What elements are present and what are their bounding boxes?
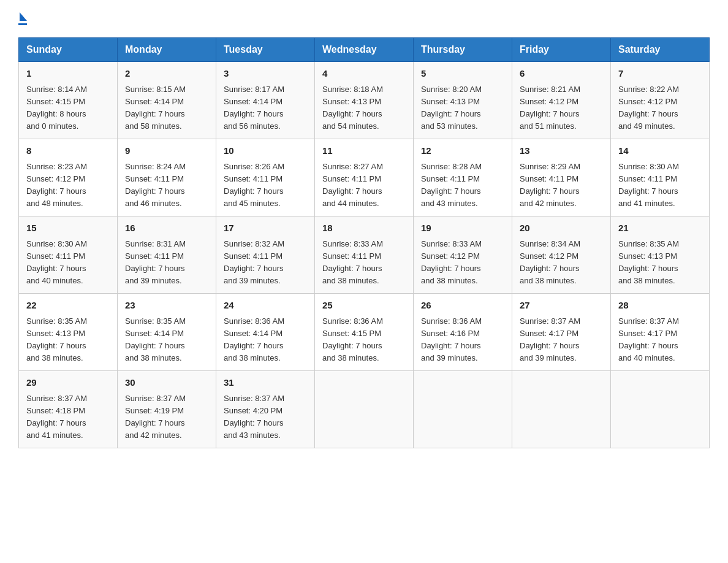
day-info: Sunrise: 8:30 AMSunset: 4:11 PMDaylight:… <box>26 239 87 285</box>
day-cell: 12 Sunrise: 8:28 AMSunset: 4:11 PMDaylig… <box>414 139 512 216</box>
day-info: Sunrise: 8:23 AMSunset: 4:12 PMDaylight:… <box>26 162 87 208</box>
week-row-3: 15 Sunrise: 8:30 AMSunset: 4:11 PMDaylig… <box>19 216 710 294</box>
day-number: 19 <box>421 221 504 236</box>
day-number: 1 <box>26 67 110 81</box>
column-header-thursday: Thursday <box>414 38 512 62</box>
day-number: 8 <box>26 144 110 158</box>
day-info: Sunrise: 8:34 AMSunset: 4:12 PMDaylight:… <box>520 239 580 285</box>
day-cell <box>414 371 512 448</box>
day-cell: 1 Sunrise: 8:14 AMSunset: 4:15 PMDayligh… <box>19 62 118 139</box>
logo-triangle-icon <box>20 12 27 21</box>
day-cell: 7 Sunrise: 8:22 AMSunset: 4:12 PMDayligh… <box>611 62 710 139</box>
day-number: 18 <box>322 221 406 236</box>
column-header-friday: Friday <box>512 38 611 62</box>
column-header-wednesday: Wednesday <box>315 38 414 62</box>
column-header-saturday: Saturday <box>611 38 710 62</box>
day-info: Sunrise: 8:33 AMSunset: 4:11 PMDaylight:… <box>322 239 383 285</box>
day-cell: 29 Sunrise: 8:37 AMSunset: 4:18 PMDaylig… <box>19 371 118 448</box>
day-number: 6 <box>520 67 603 81</box>
day-cell: 13 Sunrise: 8:29 AMSunset: 4:11 PMDaylig… <box>512 139 611 216</box>
day-info: Sunrise: 8:32 AMSunset: 4:11 PMDaylight:… <box>224 239 284 285</box>
week-row-2: 8 Sunrise: 8:23 AMSunset: 4:12 PMDayligh… <box>19 139 710 216</box>
column-header-tuesday: Tuesday <box>216 38 315 62</box>
day-cell: 28 Sunrise: 8:37 AMSunset: 4:17 PMDaylig… <box>611 294 710 371</box>
day-info: Sunrise: 8:24 AMSunset: 4:11 PMDaylight:… <box>125 162 186 208</box>
day-number: 28 <box>618 299 702 313</box>
day-cell: 30 Sunrise: 8:37 AMSunset: 4:19 PMDaylig… <box>118 371 216 448</box>
day-cell <box>315 371 414 448</box>
day-number: 30 <box>125 376 208 390</box>
day-cell: 17 Sunrise: 8:32 AMSunset: 4:11 PMDaylig… <box>216 216 315 294</box>
header-row: SundayMondayTuesdayWednesdayThursdayFrid… <box>19 38 710 62</box>
day-number: 4 <box>322 67 406 81</box>
day-number: 20 <box>520 221 603 236</box>
day-number: 5 <box>421 67 504 81</box>
day-info: Sunrise: 8:35 AMSunset: 4:13 PMDaylight:… <box>618 239 679 285</box>
day-info: Sunrise: 8:36 AMSunset: 4:15 PMDaylight:… <box>322 316 383 362</box>
day-cell: 2 Sunrise: 8:15 AMSunset: 4:14 PMDayligh… <box>118 62 216 139</box>
day-info: Sunrise: 8:15 AMSunset: 4:14 PMDaylight:… <box>125 85 186 131</box>
day-info: Sunrise: 8:37 AMSunset: 4:18 PMDaylight:… <box>26 394 87 440</box>
day-info: Sunrise: 8:37 AMSunset: 4:17 PMDaylight:… <box>618 316 679 362</box>
day-number: 26 <box>421 299 504 313</box>
day-cell: 9 Sunrise: 8:24 AMSunset: 4:11 PMDayligh… <box>118 139 216 216</box>
column-header-monday: Monday <box>118 38 216 62</box>
day-number: 23 <box>125 299 208 313</box>
day-cell: 16 Sunrise: 8:31 AMSunset: 4:11 PMDaylig… <box>118 216 216 294</box>
day-info: Sunrise: 8:20 AMSunset: 4:13 PMDaylight:… <box>421 85 482 131</box>
day-cell: 24 Sunrise: 8:36 AMSunset: 4:14 PMDaylig… <box>216 294 315 371</box>
day-info: Sunrise: 8:18 AMSunset: 4:13 PMDaylight:… <box>322 85 383 131</box>
day-number: 12 <box>421 144 504 158</box>
day-cell: 23 Sunrise: 8:35 AMSunset: 4:14 PMDaylig… <box>118 294 216 371</box>
page-header <box>18 12 710 25</box>
day-cell: 21 Sunrise: 8:35 AMSunset: 4:13 PMDaylig… <box>611 216 710 294</box>
day-cell <box>512 371 611 448</box>
day-cell: 20 Sunrise: 8:34 AMSunset: 4:12 PMDaylig… <box>512 216 611 294</box>
day-cell: 11 Sunrise: 8:27 AMSunset: 4:11 PMDaylig… <box>315 139 414 216</box>
week-row-1: 1 Sunrise: 8:14 AMSunset: 4:15 PMDayligh… <box>19 62 710 139</box>
day-info: Sunrise: 8:26 AMSunset: 4:11 PMDaylight:… <box>224 162 284 208</box>
day-info: Sunrise: 8:35 AMSunset: 4:14 PMDaylight:… <box>125 316 186 362</box>
day-info: Sunrise: 8:28 AMSunset: 4:11 PMDaylight:… <box>421 162 482 208</box>
day-info: Sunrise: 8:30 AMSunset: 4:11 PMDaylight:… <box>618 162 679 208</box>
day-number: 31 <box>224 376 307 390</box>
day-number: 9 <box>125 144 208 158</box>
day-number: 13 <box>520 144 603 158</box>
day-info: Sunrise: 8:21 AMSunset: 4:12 PMDaylight:… <box>520 85 580 131</box>
day-number: 21 <box>618 221 702 236</box>
day-number: 2 <box>125 67 208 81</box>
day-cell: 10 Sunrise: 8:26 AMSunset: 4:11 PMDaylig… <box>216 139 315 216</box>
day-cell: 15 Sunrise: 8:30 AMSunset: 4:11 PMDaylig… <box>19 216 118 294</box>
day-number: 27 <box>520 299 603 313</box>
calendar-table: SundayMondayTuesdayWednesdayThursdayFrid… <box>18 37 710 448</box>
day-info: Sunrise: 8:37 AMSunset: 4:17 PMDaylight:… <box>520 316 580 362</box>
day-number: 15 <box>26 221 110 236</box>
day-cell <box>611 371 710 448</box>
day-number: 7 <box>618 67 702 81</box>
week-row-5: 29 Sunrise: 8:37 AMSunset: 4:18 PMDaylig… <box>19 371 710 448</box>
day-cell: 8 Sunrise: 8:23 AMSunset: 4:12 PMDayligh… <box>19 139 118 216</box>
day-info: Sunrise: 8:27 AMSunset: 4:11 PMDaylight:… <box>322 162 383 208</box>
day-cell: 3 Sunrise: 8:17 AMSunset: 4:14 PMDayligh… <box>216 62 315 139</box>
day-info: Sunrise: 8:36 AMSunset: 4:16 PMDaylight:… <box>421 316 482 362</box>
day-info: Sunrise: 8:37 AMSunset: 4:20 PMDaylight:… <box>224 394 284 440</box>
day-info: Sunrise: 8:33 AMSunset: 4:12 PMDaylight:… <box>421 239 482 285</box>
day-cell: 19 Sunrise: 8:33 AMSunset: 4:12 PMDaylig… <box>414 216 512 294</box>
logo <box>18 12 27 25</box>
logo-underline <box>18 23 27 25</box>
day-number: 16 <box>125 221 208 236</box>
day-info: Sunrise: 8:29 AMSunset: 4:11 PMDaylight:… <box>520 162 580 208</box>
day-cell: 27 Sunrise: 8:37 AMSunset: 4:17 PMDaylig… <box>512 294 611 371</box>
day-number: 24 <box>224 299 307 313</box>
day-cell: 5 Sunrise: 8:20 AMSunset: 4:13 PMDayligh… <box>414 62 512 139</box>
day-number: 17 <box>224 221 307 236</box>
week-row-4: 22 Sunrise: 8:35 AMSunset: 4:13 PMDaylig… <box>19 294 710 371</box>
day-cell: 31 Sunrise: 8:37 AMSunset: 4:20 PMDaylig… <box>216 371 315 448</box>
day-cell: 4 Sunrise: 8:18 AMSunset: 4:13 PMDayligh… <box>315 62 414 139</box>
day-cell: 22 Sunrise: 8:35 AMSunset: 4:13 PMDaylig… <box>19 294 118 371</box>
day-number: 14 <box>618 144 702 158</box>
day-number: 11 <box>322 144 406 158</box>
day-cell: 6 Sunrise: 8:21 AMSunset: 4:12 PMDayligh… <box>512 62 611 139</box>
day-cell: 26 Sunrise: 8:36 AMSunset: 4:16 PMDaylig… <box>414 294 512 371</box>
day-info: Sunrise: 8:17 AMSunset: 4:14 PMDaylight:… <box>224 85 284 131</box>
